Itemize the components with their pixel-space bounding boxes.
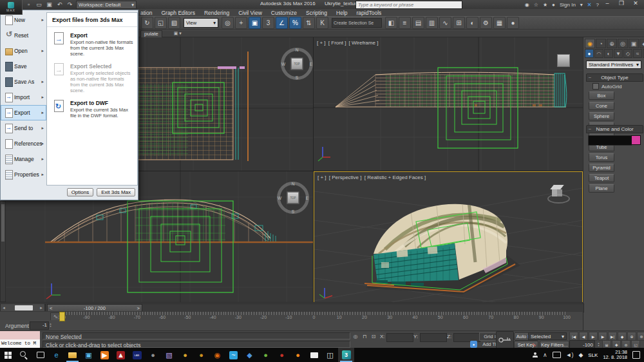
spinner-snap-icon[interactable]: ⇅ bbox=[303, 17, 315, 29]
viewport-menu-plus[interactable]: [ + ] bbox=[317, 40, 326, 46]
reference-coordinate-dropdown[interactable]: View▾ bbox=[184, 18, 218, 28]
primitive-type-dropdown[interactable]: Standard Primitives▾ bbox=[586, 61, 641, 69]
volume-icon[interactable]: ◄) bbox=[566, 352, 574, 358]
snap-toggle-3d-icon[interactable]: 3 bbox=[262, 17, 274, 29]
search-button[interactable] bbox=[16, 348, 32, 362]
name-and-color-rollout[interactable]: − Name and Color bbox=[586, 125, 643, 133]
clock[interactable]: 21:38 12. 8. 2018 bbox=[603, 350, 627, 360]
gold-app-2-icon[interactable]: ● bbox=[193, 348, 209, 362]
go-to-start-button[interactable]: |◀ bbox=[569, 332, 578, 341]
movies-app-icon[interactable]: ▶ bbox=[97, 348, 113, 362]
acrobat-icon[interactable]: ▲ bbox=[113, 348, 129, 362]
gold-app-icon[interactable]: ● bbox=[177, 348, 193, 362]
align-icon[interactable]: ≡ bbox=[399, 17, 411, 29]
app-menu-manage[interactable]: Manage ▸ bbox=[1, 151, 46, 167]
vertical-scrollbar[interactable] bbox=[0, 201, 6, 302]
action-center-icon[interactable] bbox=[632, 351, 640, 359]
named-selection-set-field[interactable] bbox=[332, 18, 382, 28]
blue-wave-app-icon[interactable]: ~ bbox=[225, 348, 242, 362]
export-item[interactable]: → Export Export non-native file formats … bbox=[47, 27, 137, 58]
play-button[interactable]: ▶ bbox=[589, 332, 598, 341]
3dsmax-taskbar-icon[interactable]: 3 bbox=[338, 348, 354, 362]
help-icon[interactable]: ? bbox=[596, 2, 599, 8]
exit-button[interactable]: Exit 3ds Max bbox=[97, 188, 135, 196]
object-name-field[interactable] bbox=[588, 135, 632, 146]
viewport-shading-menu[interactable]: [ Wireframe ] bbox=[349, 40, 379, 46]
frame-forward-icon[interactable]: > bbox=[137, 305, 140, 311]
app-menu-save[interactable]: Save bbox=[1, 59, 46, 74]
schematic-view-icon[interactable]: ⊞ bbox=[453, 17, 465, 29]
argument-spinner[interactable]: ▲▼ bbox=[48, 321, 53, 329]
scrollbar-thumb[interactable] bbox=[15, 305, 33, 310]
helpers-category[interactable]: ◇ bbox=[623, 49, 632, 58]
scrollbar-thumb[interactable] bbox=[1, 204, 5, 242]
ribbon-display-dropdown[interactable]: ▣ ▾ bbox=[174, 31, 182, 36]
menu-graph-editors[interactable]: Graph Editors bbox=[161, 10, 194, 16]
create-tab[interactable]: ◉ bbox=[585, 39, 595, 48]
app-menu-properties[interactable]: Properties ▸ bbox=[1, 167, 46, 182]
green-app-icon[interactable]: ● bbox=[258, 348, 274, 362]
set-keys-button[interactable] bbox=[496, 331, 514, 349]
isolate-selection-icon[interactable]: ◎ bbox=[352, 332, 359, 340]
sphere-app-icon[interactable]: ● bbox=[145, 348, 161, 362]
red-app-icon[interactable]: ● bbox=[274, 348, 290, 362]
app-menu-reset[interactable]: ↺ Reset bbox=[1, 28, 46, 43]
autogrid-checkbox[interactable] bbox=[592, 83, 599, 90]
track-bar-ruler[interactable]: -100-90-80-70-60-50-40-30-20-10010203040… bbox=[61, 312, 567, 321]
maxscript-listener-pane[interactable]: Welcome to M bbox=[0, 339, 40, 348]
undo-icon[interactable]: ↶ bbox=[55, 1, 64, 8]
sign-in-link[interactable]: Sign In bbox=[560, 2, 576, 8]
absolute-relative-toggle-icon[interactable]: ⊡ bbox=[370, 332, 377, 340]
object-type-button[interactable]: Sphere bbox=[589, 112, 614, 120]
argument-value-field[interactable]: -1 bbox=[30, 321, 49, 330]
defender-icon[interactable]: ◆ bbox=[578, 352, 583, 358]
select-and-rotate-icon[interactable]: ↻ bbox=[141, 17, 153, 29]
keyboard-override-icon[interactable]: K bbox=[316, 17, 328, 29]
app-menu-references[interactable]: References ▸ bbox=[1, 136, 46, 151]
angle-snap-icon[interactable]: ∠ bbox=[276, 17, 288, 29]
menu-animation[interactable]: ation bbox=[140, 10, 152, 16]
select-object-icon[interactable]: ▣ bbox=[249, 17, 261, 29]
viewcube[interactable] bbox=[557, 54, 570, 67]
render-production-icon[interactable]: ● bbox=[507, 17, 519, 29]
modify-tab[interactable]: ◔ bbox=[596, 39, 606, 48]
viewport-name-menu[interactable]: [ Perspective ] bbox=[329, 175, 362, 180]
geometry-category[interactable]: ● bbox=[585, 49, 594, 58]
menu-rapidtools[interactable]: rapidTools bbox=[357, 10, 382, 16]
display-tab[interactable]: ▣ bbox=[629, 39, 639, 48]
options-button[interactable]: Options bbox=[67, 188, 94, 196]
ribbon-tab-populate[interactable]: pulate bbox=[140, 30, 162, 37]
document-app-icon[interactable]: ◫ bbox=[322, 348, 338, 362]
viewport-name-menu[interactable]: [ Front ] bbox=[328, 40, 346, 46]
close-button[interactable]: ✕ bbox=[629, 0, 643, 8]
zoom-all-icon[interactable]: ⊛ bbox=[637, 332, 644, 341]
search-submit-icon[interactable]: ◉ bbox=[525, 2, 529, 8]
material-editor-icon[interactable]: ◐ bbox=[466, 17, 478, 29]
layer-manager-icon[interactable]: ▤ bbox=[412, 17, 424, 29]
menu-help[interactable]: Help bbox=[336, 10, 347, 16]
user-icon[interactable]: ● bbox=[552, 2, 555, 8]
select-and-manipulate-icon[interactable]: + bbox=[235, 17, 247, 29]
menu-civil-view[interactable]: Civil View bbox=[238, 10, 262, 16]
curve-editor-icon[interactable]: ∿ bbox=[439, 17, 451, 29]
start-button[interactable] bbox=[0, 348, 16, 362]
minimize-button[interactable]: – bbox=[600, 0, 614, 8]
percent-snap-icon[interactable]: % bbox=[289, 17, 301, 29]
default-in-out-tangents-icon[interactable]: ∿ bbox=[529, 341, 538, 348]
mail-icon[interactable] bbox=[306, 348, 322, 362]
perspective-viewport[interactable]: [ + ] [ Perspective ] [ Realistic + Edge… bbox=[314, 171, 583, 303]
application-menu-button[interactable]: MAX bbox=[0, 0, 23, 15]
photos-app-icon[interactable]: ▧ bbox=[161, 348, 177, 362]
file-explorer-icon[interactable] bbox=[64, 348, 80, 362]
time-tag-icon[interactable]: ● bbox=[470, 341, 477, 348]
front-viewport[interactable]: [ + ] [ Front ] [ Wireframe ] bbox=[314, 37, 583, 171]
new-scene-icon[interactable]: ▫ bbox=[24, 1, 33, 8]
app-menu-send-to[interactable]: → Send to ▸ bbox=[1, 120, 46, 136]
orange-app-icon[interactable]: ◉ bbox=[209, 348, 225, 362]
firefox-icon[interactable]: ● bbox=[290, 348, 306, 362]
blue-app-icon[interactable]: ◆ bbox=[242, 348, 258, 362]
maximize-button[interactable]: ❐ bbox=[614, 0, 629, 8]
workspace-dropdown[interactable]: Workspace: Default▾ bbox=[76, 1, 137, 9]
x-coordinate-field[interactable] bbox=[386, 333, 413, 342]
object-type-button[interactable]: Cone bbox=[589, 102, 614, 110]
